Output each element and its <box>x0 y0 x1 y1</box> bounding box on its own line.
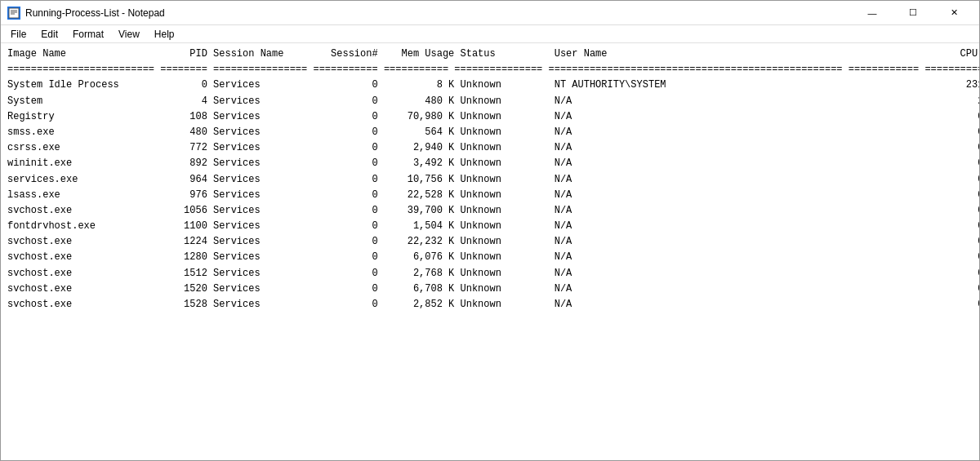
text-content-area[interactable]: Image Name PID Session Name Session# Mem… <box>1 43 979 460</box>
process-list-text: Image Name PID Session Name Session# Mem… <box>7 47 973 313</box>
maximize-button[interactable]: ☐ <box>894 1 932 25</box>
close-button[interactable]: ✕ <box>935 1 973 25</box>
menu-file[interactable]: File <box>4 27 33 42</box>
window-controls: — ☐ ✕ <box>853 1 973 25</box>
menu-help[interactable]: Help <box>148 27 181 42</box>
menu-view[interactable]: View <box>112 27 146 42</box>
minimize-button[interactable]: — <box>853 1 891 25</box>
menu-bar: File Edit Format View Help <box>1 25 979 43</box>
svg-rect-0 <box>9 8 19 18</box>
title-bar: Running-Process-List - Notepad — ☐ ✕ <box>1 1 979 25</box>
window-title: Running-Process-List - Notepad <box>25 7 165 19</box>
notepad-window: Running-Process-List - Notepad — ☐ ✕ Fil… <box>0 0 980 461</box>
app-icon <box>7 7 20 20</box>
menu-format[interactable]: Format <box>66 27 110 42</box>
menu-edit[interactable]: Edit <box>34 27 65 42</box>
title-bar-left: Running-Process-List - Notepad <box>7 7 165 20</box>
